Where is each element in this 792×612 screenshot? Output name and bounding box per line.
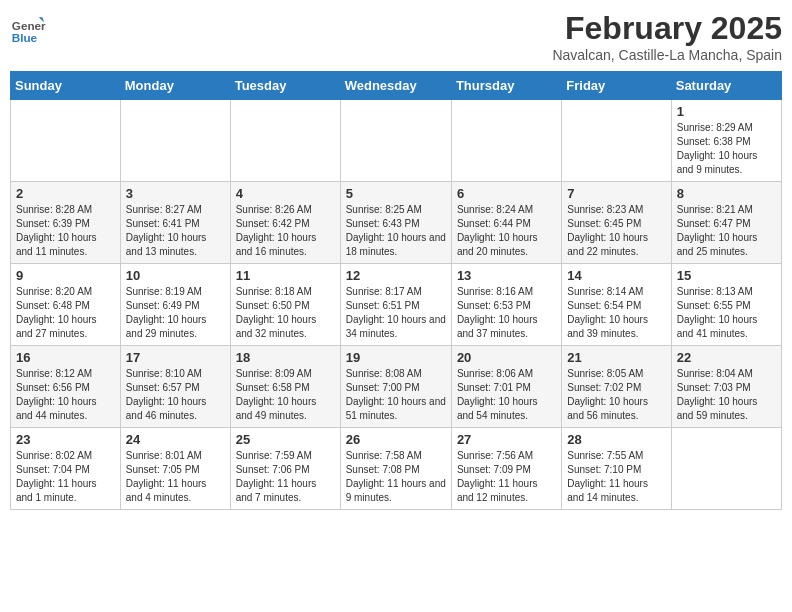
calendar-day-5: 5Sunrise: 8:25 AM Sunset: 6:43 PM Daylig… xyxy=(340,182,451,264)
day-number: 16 xyxy=(16,350,115,365)
calendar-day-9: 9Sunrise: 8:20 AM Sunset: 6:48 PM Daylig… xyxy=(11,264,121,346)
day-info: Sunrise: 8:04 AM Sunset: 7:03 PM Dayligh… xyxy=(677,367,776,423)
day-info: Sunrise: 8:26 AM Sunset: 6:42 PM Dayligh… xyxy=(236,203,335,259)
calendar-day-28: 28Sunrise: 7:55 AM Sunset: 7:10 PM Dayli… xyxy=(562,428,671,510)
calendar-empty-cell xyxy=(671,428,781,510)
calendar-day-21: 21Sunrise: 8:05 AM Sunset: 7:02 PM Dayli… xyxy=(562,346,671,428)
calendar-day-25: 25Sunrise: 7:59 AM Sunset: 7:06 PM Dayli… xyxy=(230,428,340,510)
calendar-day-8: 8Sunrise: 8:21 AM Sunset: 6:47 PM Daylig… xyxy=(671,182,781,264)
day-number: 24 xyxy=(126,432,225,447)
header-day-thursday: Thursday xyxy=(451,72,561,100)
calendar-day-20: 20Sunrise: 8:06 AM Sunset: 7:01 PM Dayli… xyxy=(451,346,561,428)
day-info: Sunrise: 8:06 AM Sunset: 7:01 PM Dayligh… xyxy=(457,367,556,423)
day-number: 1 xyxy=(677,104,776,119)
header-day-tuesday: Tuesday xyxy=(230,72,340,100)
day-number: 18 xyxy=(236,350,335,365)
calendar-week-3: 9Sunrise: 8:20 AM Sunset: 6:48 PM Daylig… xyxy=(11,264,782,346)
header-day-friday: Friday xyxy=(562,72,671,100)
day-number: 7 xyxy=(567,186,665,201)
day-info: Sunrise: 7:58 AM Sunset: 7:08 PM Dayligh… xyxy=(346,449,446,505)
day-info: Sunrise: 7:55 AM Sunset: 7:10 PM Dayligh… xyxy=(567,449,665,505)
day-number: 21 xyxy=(567,350,665,365)
calendar-day-15: 15Sunrise: 8:13 AM Sunset: 6:55 PM Dayli… xyxy=(671,264,781,346)
day-info: Sunrise: 8:13 AM Sunset: 6:55 PM Dayligh… xyxy=(677,285,776,341)
day-info: Sunrise: 7:59 AM Sunset: 7:06 PM Dayligh… xyxy=(236,449,335,505)
calendar-day-2: 2Sunrise: 8:28 AM Sunset: 6:39 PM Daylig… xyxy=(11,182,121,264)
calendar-day-18: 18Sunrise: 8:09 AM Sunset: 6:58 PM Dayli… xyxy=(230,346,340,428)
day-info: Sunrise: 8:18 AM Sunset: 6:50 PM Dayligh… xyxy=(236,285,335,341)
day-info: Sunrise: 8:28 AM Sunset: 6:39 PM Dayligh… xyxy=(16,203,115,259)
day-number: 13 xyxy=(457,268,556,283)
day-number: 8 xyxy=(677,186,776,201)
day-info: Sunrise: 8:14 AM Sunset: 6:54 PM Dayligh… xyxy=(567,285,665,341)
day-info: Sunrise: 8:29 AM Sunset: 6:38 PM Dayligh… xyxy=(677,121,776,177)
day-info: Sunrise: 8:02 AM Sunset: 7:04 PM Dayligh… xyxy=(16,449,115,505)
calendar-empty-cell xyxy=(230,100,340,182)
calendar-day-12: 12Sunrise: 8:17 AM Sunset: 6:51 PM Dayli… xyxy=(340,264,451,346)
day-number: 14 xyxy=(567,268,665,283)
day-number: 20 xyxy=(457,350,556,365)
day-info: Sunrise: 8:19 AM Sunset: 6:49 PM Dayligh… xyxy=(126,285,225,341)
calendar-day-14: 14Sunrise: 8:14 AM Sunset: 6:54 PM Dayli… xyxy=(562,264,671,346)
calendar-empty-cell xyxy=(340,100,451,182)
calendar-day-10: 10Sunrise: 8:19 AM Sunset: 6:49 PM Dayli… xyxy=(120,264,230,346)
calendar-week-2: 2Sunrise: 8:28 AM Sunset: 6:39 PM Daylig… xyxy=(11,182,782,264)
day-info: Sunrise: 8:17 AM Sunset: 6:51 PM Dayligh… xyxy=(346,285,446,341)
header: General Blue February 2025 Navalcan, Cas… xyxy=(10,10,782,63)
day-info: Sunrise: 8:25 AM Sunset: 6:43 PM Dayligh… xyxy=(346,203,446,259)
calendar-day-23: 23Sunrise: 8:02 AM Sunset: 7:04 PM Dayli… xyxy=(11,428,121,510)
day-info: Sunrise: 8:09 AM Sunset: 6:58 PM Dayligh… xyxy=(236,367,335,423)
day-info: Sunrise: 8:27 AM Sunset: 6:41 PM Dayligh… xyxy=(126,203,225,259)
calendar-week-5: 23Sunrise: 8:02 AM Sunset: 7:04 PM Dayli… xyxy=(11,428,782,510)
calendar-day-16: 16Sunrise: 8:12 AM Sunset: 6:56 PM Dayli… xyxy=(11,346,121,428)
header-day-saturday: Saturday xyxy=(671,72,781,100)
day-number: 15 xyxy=(677,268,776,283)
calendar-empty-cell xyxy=(451,100,561,182)
day-info: Sunrise: 7:56 AM Sunset: 7:09 PM Dayligh… xyxy=(457,449,556,505)
calendar-day-27: 27Sunrise: 7:56 AM Sunset: 7:09 PM Dayli… xyxy=(451,428,561,510)
day-number: 6 xyxy=(457,186,556,201)
day-number: 11 xyxy=(236,268,335,283)
day-number: 5 xyxy=(346,186,446,201)
day-number: 26 xyxy=(346,432,446,447)
calendar-day-17: 17Sunrise: 8:10 AM Sunset: 6:57 PM Dayli… xyxy=(120,346,230,428)
day-number: 2 xyxy=(16,186,115,201)
logo: General Blue xyxy=(10,10,50,46)
calendar-day-22: 22Sunrise: 8:04 AM Sunset: 7:03 PM Dayli… xyxy=(671,346,781,428)
calendar-day-1: 1Sunrise: 8:29 AM Sunset: 6:38 PM Daylig… xyxy=(671,100,781,182)
day-info: Sunrise: 8:10 AM Sunset: 6:57 PM Dayligh… xyxy=(126,367,225,423)
day-number: 27 xyxy=(457,432,556,447)
day-number: 28 xyxy=(567,432,665,447)
day-number: 17 xyxy=(126,350,225,365)
header-day-monday: Monday xyxy=(120,72,230,100)
calendar-day-26: 26Sunrise: 7:58 AM Sunset: 7:08 PM Dayli… xyxy=(340,428,451,510)
logo-icon: General Blue xyxy=(10,10,46,46)
calendar-day-24: 24Sunrise: 8:01 AM Sunset: 7:05 PM Dayli… xyxy=(120,428,230,510)
calendar-empty-cell xyxy=(11,100,121,182)
day-number: 12 xyxy=(346,268,446,283)
day-number: 22 xyxy=(677,350,776,365)
title-area: February 2025 Navalcan, Castille-La Manc… xyxy=(552,10,782,63)
day-info: Sunrise: 8:05 AM Sunset: 7:02 PM Dayligh… xyxy=(567,367,665,423)
calendar-week-4: 16Sunrise: 8:12 AM Sunset: 6:56 PM Dayli… xyxy=(11,346,782,428)
day-info: Sunrise: 8:24 AM Sunset: 6:44 PM Dayligh… xyxy=(457,203,556,259)
day-info: Sunrise: 8:16 AM Sunset: 6:53 PM Dayligh… xyxy=(457,285,556,341)
day-number: 10 xyxy=(126,268,225,283)
calendar-empty-cell xyxy=(562,100,671,182)
day-info: Sunrise: 8:08 AM Sunset: 7:00 PM Dayligh… xyxy=(346,367,446,423)
day-info: Sunrise: 8:21 AM Sunset: 6:47 PM Dayligh… xyxy=(677,203,776,259)
header-day-sunday: Sunday xyxy=(11,72,121,100)
day-info: Sunrise: 8:12 AM Sunset: 6:56 PM Dayligh… xyxy=(16,367,115,423)
day-number: 23 xyxy=(16,432,115,447)
day-number: 25 xyxy=(236,432,335,447)
calendar-day-3: 3Sunrise: 8:27 AM Sunset: 6:41 PM Daylig… xyxy=(120,182,230,264)
calendar-table: SundayMondayTuesdayWednesdayThursdayFrid… xyxy=(10,71,782,510)
calendar-day-4: 4Sunrise: 8:26 AM Sunset: 6:42 PM Daylig… xyxy=(230,182,340,264)
calendar-day-7: 7Sunrise: 8:23 AM Sunset: 6:45 PM Daylig… xyxy=(562,182,671,264)
svg-text:Blue: Blue xyxy=(12,31,38,44)
day-number: 3 xyxy=(126,186,225,201)
month-title: February 2025 xyxy=(552,10,782,47)
location-title: Navalcan, Castille-La Mancha, Spain xyxy=(552,47,782,63)
calendar-header-row: SundayMondayTuesdayWednesdayThursdayFrid… xyxy=(11,72,782,100)
calendar-day-19: 19Sunrise: 8:08 AM Sunset: 7:00 PM Dayli… xyxy=(340,346,451,428)
